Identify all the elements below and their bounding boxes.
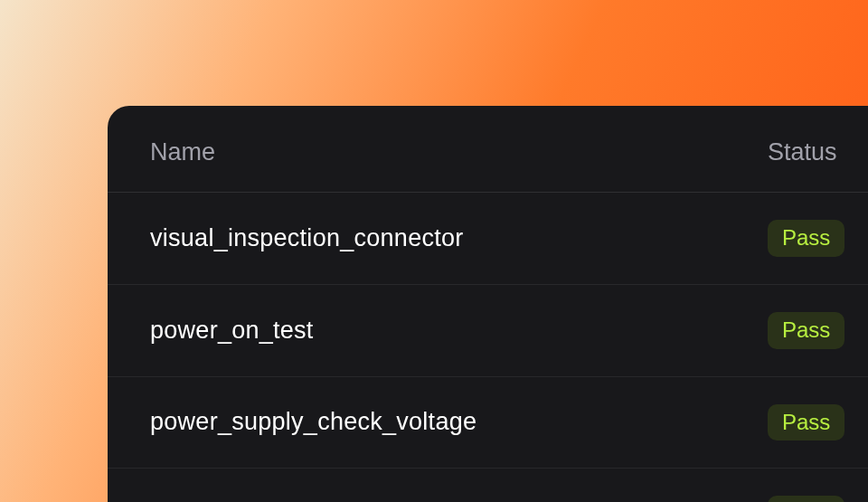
- status-badge: Pass: [768, 220, 844, 257]
- table-row[interactable]: visual_inspection_connector Pass: [108, 193, 868, 285]
- status-badge: Pass: [768, 404, 844, 441]
- test-name-cell: visual_inspection_connector: [108, 224, 768, 252]
- test-status-cell: Pass: [768, 312, 868, 349]
- column-header-name: Name: [150, 138, 215, 166]
- table-row[interactable]: power_on_test Pass: [108, 285, 868, 377]
- test-status-cell: Pass: [768, 220, 868, 257]
- column-header-status: Status: [768, 138, 837, 166]
- results-panel: Name Status visual_inspection_connector …: [108, 106, 868, 502]
- table-row[interactable]: power_supply_check_voltage Pass: [108, 377, 868, 469]
- status-badge: Pass: [768, 496, 844, 502]
- table-row[interactable]: power_supply_check_current Pass: [108, 469, 868, 502]
- table-header-row: Name Status: [108, 106, 868, 193]
- status-badge: Pass: [768, 312, 844, 349]
- test-name-cell: power_supply_check_voltage: [108, 408, 768, 436]
- test-name-cell: power_on_test: [108, 317, 768, 345]
- test-status-cell: Pass: [768, 496, 868, 502]
- test-status-cell: Pass: [768, 404, 868, 441]
